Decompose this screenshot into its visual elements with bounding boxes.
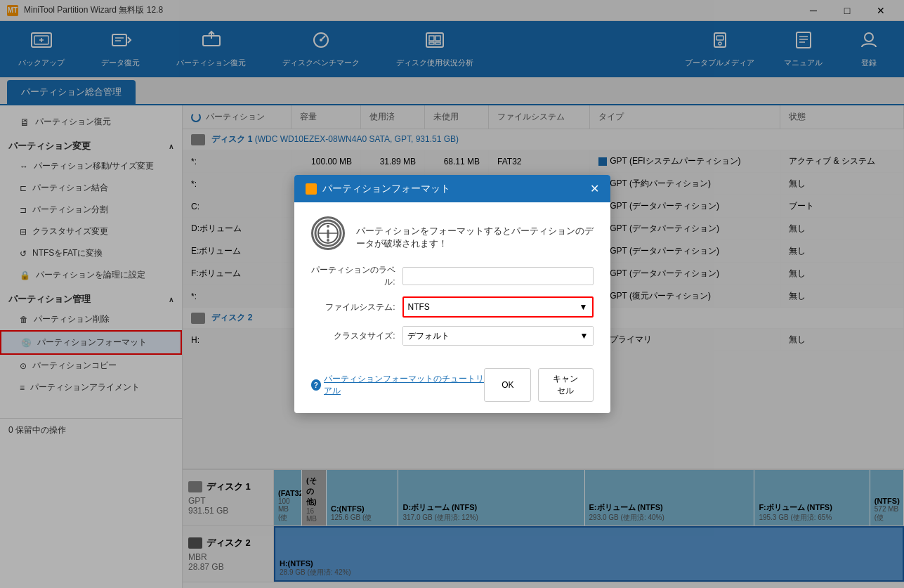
filesystem-label: ファイルシステム: <box>311 301 395 313</box>
partition-label-label: パーティションのラベル: <box>311 264 395 288</box>
modal-cluster-row: クラスタサイズ: デフォルト 512 1024 2048 4096 8192 ▼ <box>311 326 594 346</box>
modal-header-icon <box>306 183 317 195</box>
cluster-size-select[interactable]: デフォルト 512 1024 2048 4096 8192 <box>403 327 593 345</box>
cancel-button[interactable]: キャンセル <box>538 368 593 402</box>
modal-label-row: パーティションのラベル: <box>311 264 594 288</box>
filesystem-select-wrapper: NTFS FAT32 exFAT Ext2 Ext3 Ext4 ▼ <box>402 296 594 318</box>
ok-button[interactable]: OK <box>484 368 531 402</box>
warning-icon <box>311 216 345 250</box>
modal-partition-format: パーティションフォーマット ✕ パーティションをフォーマットす <box>294 175 610 413</box>
help-icon: ? <box>311 379 321 391</box>
cluster-size-select-wrapper: デフォルト 512 1024 2048 4096 8192 ▼ <box>402 326 594 346</box>
modal-warning-text: パーティションをフォーマットするとパーティションのデータが破壊されます！ <box>356 216 594 250</box>
cluster-size-label: クラスタサイズ: <box>311 330 395 342</box>
modal-body: パーティションをフォーマットするとパーティションのデータが破壊されます！ パーテ… <box>294 202 610 360</box>
modal-header: パーティションフォーマット ✕ <box>294 175 610 202</box>
modal-close-button[interactable]: ✕ <box>590 182 599 195</box>
modal-warning: パーティションをフォーマットするとパーティションのデータが破壊されます！ <box>311 216 594 250</box>
tutorial-link[interactable]: ? パーティションフォーマットのチュートリアル <box>311 373 485 397</box>
modal-title: パーティションフォーマット <box>322 183 450 195</box>
partition-label-input[interactable] <box>402 267 594 285</box>
modal-footer: ? パーティションフォーマットのチュートリアル OK キャンセル <box>294 360 610 413</box>
modal-buttons: OK キャンセル <box>484 368 593 402</box>
modal-overlay: パーティションフォーマット ✕ パーティションをフォーマットす <box>0 0 904 588</box>
modal-fs-row: ファイルシステム: NTFS FAT32 exFAT Ext2 Ext3 Ext… <box>311 296 594 318</box>
filesystem-select[interactable]: NTFS FAT32 exFAT Ext2 Ext3 Ext4 <box>404 298 592 316</box>
modal-form: パーティションのラベル: ファイルシステム: NTFS FAT32 exFAT … <box>311 264 594 346</box>
